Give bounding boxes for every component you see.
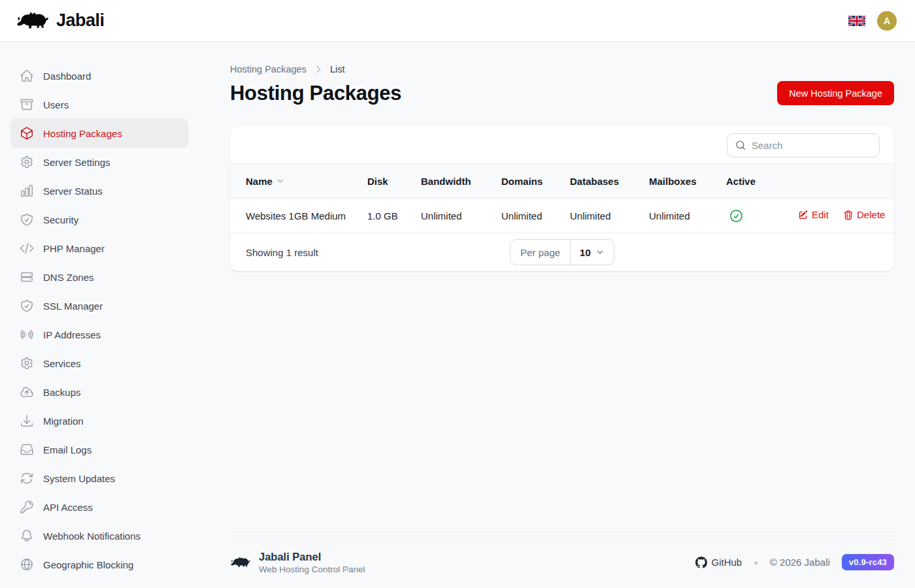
sidebar-item-api-access[interactable]: API Access [10, 493, 188, 521]
sidebar-item-security[interactable]: Security [10, 205, 188, 234]
sidebar-item-label: Server Settings [43, 157, 110, 168]
table-footer: Showing 1 result Per page 10 [230, 233, 894, 271]
code-icon [20, 241, 34, 255]
table-row: Websites 1GB Medium 1.0 GB Unlimited Unl… [230, 199, 894, 233]
sidebar: Dashboard Users Hosting Packages Server … [0, 42, 199, 588]
sidebar-item-hosting-packages[interactable]: Hosting Packages [10, 119, 188, 148]
cell-actions: Edit Delete [798, 199, 894, 233]
search-box [727, 133, 880, 157]
per-page-control[interactable]: Per page 10 [510, 239, 614, 265]
cell-bandwidth: Unlimited [421, 199, 501, 233]
jabali-boar-logo [16, 9, 50, 33]
gear-icon [20, 356, 34, 370]
sidebar-item-label: Migration [43, 416, 84, 427]
sidebar-item-label: Email Logs [43, 444, 92, 455]
per-page-select[interactable]: 10 [571, 240, 614, 265]
sidebar-item-label: Dashboard [43, 71, 91, 82]
bell-icon [20, 529, 34, 543]
cell-mailboxes: Unlimited [649, 199, 726, 233]
column-header-active: Active [726, 164, 798, 199]
cell-databases: Unlimited [570, 199, 649, 233]
breadcrumb-current: List [330, 64, 345, 74]
shield-check-icon [20, 212, 34, 227]
archive-box-icon [20, 97, 34, 112]
sidebar-item-label: Users [43, 99, 69, 110]
uk-flag-icon [848, 15, 865, 27]
home-icon [20, 69, 34, 83]
globe-icon [20, 557, 34, 572]
sidebar-item-server-status[interactable]: Server Status [10, 176, 188, 205]
new-hosting-package-button[interactable]: New Hosting Package [777, 81, 894, 105]
search-icon [735, 140, 746, 151]
column-header-databases: Databases [570, 164, 649, 199]
column-header-disk: Disk [367, 164, 421, 199]
column-header-name[interactable]: Name [230, 164, 367, 199]
column-header-actions [798, 164, 894, 199]
sidebar-item-users[interactable]: Users [10, 90, 188, 119]
chevron-right-icon [313, 64, 324, 74]
github-link[interactable]: GitHub [695, 557, 742, 568]
per-page-label: Per page [510, 240, 571, 265]
sidebar-item-geographic-blocking[interactable]: Geographic Blocking [10, 550, 188, 579]
sidebar-item-label: System Updates [43, 473, 115, 484]
gear-icon [20, 155, 34, 169]
sidebar-item-email-logs[interactable]: Email Logs [10, 435, 188, 464]
sidebar-item-dns-zones[interactable]: DNS Zones [10, 263, 188, 291]
active-check-circle-icon [729, 208, 744, 223]
signal-icon [20, 327, 34, 342]
sidebar-item-migration[interactable]: Migration [10, 406, 188, 435]
cube-icon [20, 126, 34, 140]
breadcrumb: Hosting Packages List [230, 64, 894, 74]
sort-chevron-down-icon [276, 176, 285, 186]
sidebar-item-label: DNS Zones [43, 272, 94, 283]
sidebar-item-ip-addresses[interactable]: IP Addresses [10, 320, 188, 349]
sidebar-item-system-updates[interactable]: System Updates [10, 464, 188, 493]
sidebar-item-label: Server Status [43, 186, 103, 197]
sidebar-item-label: Security [43, 214, 78, 225]
github-icon [695, 557, 707, 568]
search-input[interactable] [752, 140, 871, 151]
sidebar-item-label: Webhook Notifications [43, 531, 141, 542]
chevron-down-icon [595, 248, 605, 257]
user-avatar[interactable]: A [877, 11, 897, 31]
column-header-bandwidth: Bandwidth [421, 164, 501, 199]
sidebar-item-server-settings[interactable]: Server Settings [10, 148, 188, 176]
footer-app-name: Jabali Panel [259, 551, 365, 563]
main-content: Hosting Packages List Hosting Packages N… [199, 42, 915, 588]
sidebar-item-php-manager[interactable]: PHP Manager [10, 234, 188, 263]
page-footer: Jabali Panel Web Hosting Control Panel G… [230, 536, 894, 588]
edit-button[interactable]: Edit [798, 209, 829, 220]
app-header: Jabali A [0, 0, 915, 42]
cell-domains: Unlimited [501, 199, 570, 233]
sidebar-item-label: IP Addresses [43, 329, 101, 340]
server-stack-icon [20, 270, 34, 284]
results-count: Showing 1 result [246, 247, 510, 258]
hosting-packages-card: Name Disk Bandwidth Domains Databases Ma… [230, 127, 894, 271]
breadcrumb-parent-link[interactable]: Hosting Packages [230, 64, 307, 74]
delete-button[interactable]: Delete [843, 209, 885, 220]
cloud-upload-icon [20, 385, 34, 399]
sidebar-item-backups[interactable]: Backups [10, 378, 188, 406]
sidebar-item-ssl-manager[interactable]: SSL Manager [10, 291, 188, 320]
trash-icon [843, 210, 854, 220]
column-header-mailboxes: Mailboxes [649, 164, 726, 199]
bar-chart-icon [20, 184, 34, 198]
table-header-row: Name Disk Bandwidth Domains Databases Ma… [230, 164, 894, 199]
dot-separator: ● [754, 559, 758, 566]
column-header-domains: Domains [501, 164, 570, 199]
sidebar-item-dashboard[interactable]: Dashboard [10, 61, 188, 90]
sidebar-item-webhook-notifications[interactable]: Webhook Notifications [10, 521, 188, 550]
version-badge: v0.9-rc43 [842, 554, 894, 570]
footer-app-subtitle: Web Hosting Control Panel [259, 564, 365, 574]
sidebar-item-label: Services [43, 358, 81, 369]
cell-active [726, 199, 798, 233]
brand-name: Jabali [56, 10, 105, 31]
sidebar-item-services[interactable]: Services [10, 349, 188, 378]
jabali-boar-logo [230, 555, 251, 570]
cell-disk: 1.0 GB [367, 199, 421, 233]
sidebar-item-label: Geographic Blocking [43, 559, 133, 570]
cell-name: Websites 1GB Medium [230, 199, 367, 233]
edit-pencil-icon [798, 210, 808, 220]
brand: Jabali [16, 9, 105, 33]
language-flag-button[interactable] [848, 14, 867, 27]
